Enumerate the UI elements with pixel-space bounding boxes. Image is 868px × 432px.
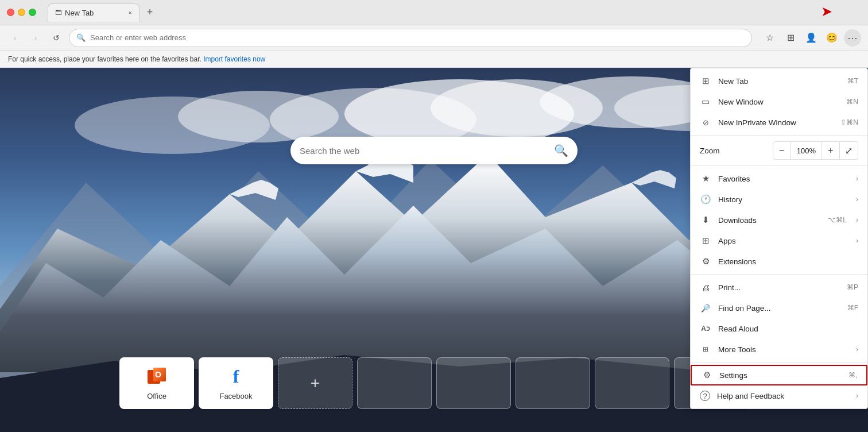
downloads-menu-icon: ⬇	[700, 215, 711, 225]
favorites-arrow: ›	[856, 175, 858, 183]
help-arrow: ›	[856, 392, 858, 400]
more-tools-icon: ⊞	[700, 345, 711, 353]
traffic-lights	[7, 9, 36, 16]
tab-bar: 🗔 New Tab × +	[48, 3, 861, 22]
zoom-plus-button[interactable]: +	[822, 141, 840, 160]
main-content: 🔍 O Office	[0, 68, 868, 432]
tab-title: New Tab	[65, 9, 94, 17]
forward-button[interactable]: ›	[28, 30, 44, 46]
quick-access-add[interactable]: +	[278, 357, 352, 409]
menu-downloads[interactable]: ⬇ Downloads ⌥⌘L ›	[691, 210, 867, 230]
profile-button[interactable]: 👤	[803, 29, 820, 47]
menu-apps[interactable]: ⊞ Apps ›	[691, 230, 867, 251]
zoom-controls: − 100% + ⤢	[773, 141, 858, 160]
quick-access-facebook[interactable]: f Facebook	[199, 357, 273, 409]
help-menu-icon: ?	[700, 391, 710, 401]
back-button[interactable]: ‹	[7, 30, 23, 46]
address-input[interactable]	[90, 33, 745, 42]
menu-extensions[interactable]: ⚙ Extensions	[691, 251, 867, 272]
nav-icons: ☆ ⊞ 👤 😊 ⋯	[761, 29, 861, 47]
emoji-button[interactable]: 😊	[823, 29, 840, 47]
office-icon: O	[146, 367, 167, 387]
menu-inprivate-label: New InPrivate Window	[718, 118, 834, 127]
menu-more-tools[interactable]: ⊞ More Tools ›	[691, 339, 867, 360]
menu-extensions-label: Extensions	[718, 257, 858, 266]
refresh-button[interactable]: ↺	[48, 30, 64, 46]
read-aloud-icon: Aↄ	[700, 325, 711, 333]
minimize-traffic-light[interactable]	[18, 9, 25, 16]
tab-close-button[interactable]: ×	[129, 9, 132, 16]
favorites-bar: For quick access, place your favorites h…	[0, 51, 868, 68]
menu-new-tab[interactable]: ⊞ New Tab ⌘T	[691, 71, 867, 91]
menu-print-shortcut: ⌘P	[847, 283, 858, 291]
menu-new-window-label: New Window	[718, 98, 839, 106]
back-icon: ‹	[14, 33, 17, 43]
active-tab[interactable]: 🗔 New Tab ×	[48, 3, 140, 22]
content-search-input[interactable]	[300, 146, 549, 156]
menu-settings-label: Settings	[719, 371, 842, 380]
menu-divider-1	[691, 135, 867, 136]
content-search-box[interactable]: 🔍	[290, 137, 578, 164]
zoom-row: Zoom − 100% + ⤢	[691, 138, 867, 163]
facebook-label: Facebook	[219, 392, 252, 400]
menu-more-tools-label: More Tools	[718, 345, 847, 354]
quick-access-empty-2	[436, 357, 511, 409]
menu-divider-4	[691, 362, 867, 362]
new-window-menu-icon: ▭	[700, 97, 711, 107]
menu-new-window[interactable]: ▭ New Window ⌘N	[691, 91, 867, 112]
menu-print[interactable]: 🖨 Print... ⌘P	[691, 277, 867, 298]
menu-history[interactable]: 🕐 History ›	[691, 189, 867, 210]
address-bar[interactable]: 🔍	[69, 29, 752, 47]
more-tools-arrow: ›	[856, 345, 858, 353]
close-traffic-light[interactable]	[7, 9, 14, 16]
menu-downloads-shortcut: ⌥⌘L	[828, 216, 847, 224]
svg-text:O: O	[155, 370, 161, 379]
favorites-bar-text: For quick access, place your favorites h…	[8, 55, 202, 63]
more-button[interactable]: ⋯	[844, 29, 861, 47]
quick-access-empty-1	[357, 357, 432, 409]
content-search: 🔍	[290, 137, 578, 164]
menu-read-aloud[interactable]: Aↄ Read Aloud	[691, 318, 867, 339]
svg-point-7	[178, 91, 339, 142]
menu-find-label: Find on Page...	[718, 304, 840, 313]
menu-favorites-label: Favorites	[718, 175, 847, 183]
extensions-menu-icon: ⚙	[700, 256, 711, 267]
history-menu-icon: 🕐	[700, 194, 711, 205]
import-favorites-link[interactable]: Import favorites now	[203, 55, 265, 63]
quick-access-office[interactable]: O Office	[119, 357, 194, 409]
menu-find-on-page[interactable]: 🔎 Find on Page... ⌘F	[691, 298, 867, 318]
quick-access-tiles: O Office f Facebook +	[119, 357, 749, 409]
refresh-icon: ↺	[53, 33, 60, 43]
maximize-traffic-light[interactable]	[29, 9, 36, 16]
quick-access-empty-3	[516, 357, 590, 409]
split-view-button[interactable]: ⊞	[782, 29, 799, 47]
office-label: Office	[147, 392, 166, 400]
menu-help-label: Help and Feedback	[717, 392, 847, 400]
menu-history-label: History	[718, 195, 847, 204]
new-tab-button[interactable]: +	[142, 5, 158, 21]
zoom-expand-button[interactable]: ⤢	[840, 141, 858, 160]
new-tab-menu-icon: ⊞	[700, 76, 711, 86]
menu-divider-3	[691, 274, 867, 275]
forward-icon: ›	[34, 33, 37, 43]
menu-new-window-shortcut: ⌘N	[846, 98, 858, 106]
favorites-menu-icon: ★	[700, 173, 711, 184]
menu-settings[interactable]: ⚙ Settings ⌘,	[691, 365, 867, 385]
navbar: ‹ › ↺ 🔍 ☆ ⊞ 👤 😊 ⋯	[0, 25, 868, 51]
add-icon: +	[311, 374, 320, 392]
apps-arrow: ›	[856, 237, 858, 245]
search-blue-icon: 🔍	[554, 144, 568, 157]
menu-inprivate[interactable]: ⊘ New InPrivate Window ⇧⌘N	[691, 112, 867, 133]
print-menu-icon: 🖨	[700, 283, 711, 292]
menu-new-tab-shortcut: ⌘T	[847, 77, 858, 85]
zoom-minus-button[interactable]: −	[773, 141, 791, 160]
search-icon: 🔍	[76, 33, 86, 42]
menu-downloads-label: Downloads	[718, 216, 821, 225]
apps-menu-icon: ⊞	[700, 236, 711, 246]
menu-new-tab-label: New Tab	[718, 77, 840, 86]
favorites-icon-button[interactable]: ☆	[761, 29, 778, 47]
menu-help-feedback[interactable]: ? Help and Feedback ›	[691, 385, 867, 406]
menu-find-shortcut: ⌘F	[847, 304, 858, 312]
menu-print-label: Print...	[718, 283, 840, 292]
menu-favorites[interactable]: ★ Favorites ›	[691, 168, 867, 189]
